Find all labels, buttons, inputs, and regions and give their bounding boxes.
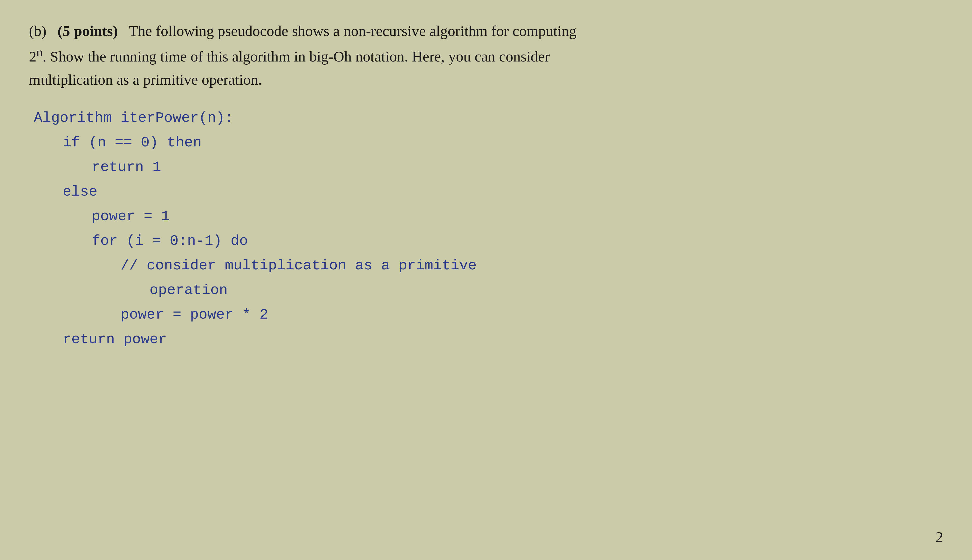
code-comment-line2: operation <box>34 278 943 302</box>
code-algorithm-header: Algorithm iterPower(n): <box>34 106 943 130</box>
page-number: 2 <box>935 528 943 545</box>
code-comment-line1: // consider multiplication as a primitiv… <box>34 253 943 278</box>
code-power-init-line: power = 1 <box>34 204 943 228</box>
page-container: (b) (5 points) The following pseudocode … <box>0 0 972 560</box>
code-for-line: for (i = 0:n-1) do <box>34 228 943 253</box>
question-desc-line2: 2n. Show the running time of this algori… <box>29 48 550 65</box>
question-points: (5 points) <box>58 23 118 39</box>
code-return-power-line: return power <box>34 327 943 352</box>
code-power-assign-line: power = power * 2 <box>34 302 943 327</box>
question-label: (b) <box>29 23 46 39</box>
code-else-line: else <box>34 180 943 204</box>
code-return1-line: return 1 <box>34 155 943 180</box>
question-desc-line3: multiplication as a primitive operation. <box>29 72 262 88</box>
question-desc-line1: The following pseudocode shows a non-rec… <box>129 23 577 39</box>
code-if-line: if (n == 0) then <box>34 130 943 155</box>
question-text: (b) (5 points) The following pseudocode … <box>29 19 943 91</box>
code-block: Algorithm iterPower(n): if (n == 0) then… <box>29 106 943 352</box>
